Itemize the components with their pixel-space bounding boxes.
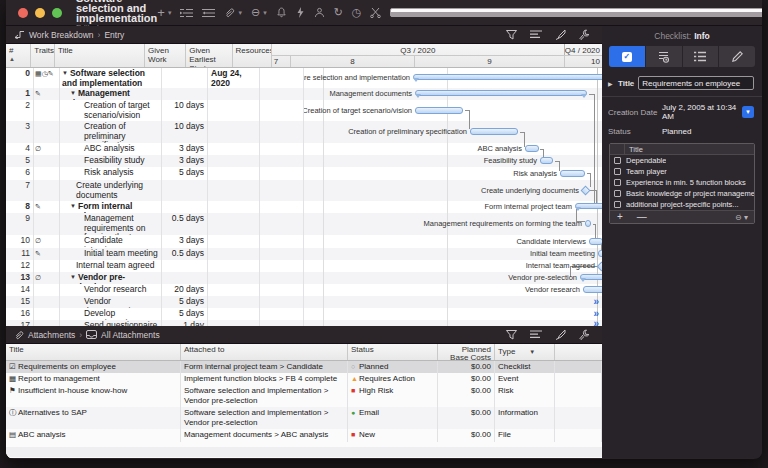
checkbox-icon[interactable] (614, 157, 621, 164)
outline-row[interactable]: 4∅ABC analysis3 daysABC analysis (6, 143, 602, 155)
checklist-item[interactable]: Dependable (610, 155, 754, 166)
attachment-row[interactable]: ☑Requirements on employeeForm internal p… (6, 361, 602, 373)
disclosure-triangle-icon[interactable]: ▼ (70, 274, 76, 280)
notifications-bell-icon[interactable] (276, 7, 287, 18)
remove-item-button[interactable]: — (630, 212, 654, 222)
zoom-window-button[interactable] (52, 8, 62, 18)
outline-row[interactable]: 14Vendor research20 daysVendor research (6, 284, 602, 296)
outline-row[interactable]: 10∅Candidate interviews3 daysCandidate i… (6, 235, 602, 248)
gantt-bar[interactable] (589, 238, 602, 245)
attach-column-type[interactable]: Type▼ (495, 344, 555, 360)
settings-wrench-icon[interactable] (579, 29, 590, 40)
add-icon[interactable]: + (157, 5, 165, 20)
grouping-icon[interactable] (530, 330, 542, 339)
creation-date-dropdown-button[interactable]: ▼ (742, 106, 754, 118)
actions-lightning-icon[interactable] (296, 7, 305, 18)
minimize-window-button[interactable] (35, 8, 45, 18)
column-header-given-work[interactable]: Given Work (145, 44, 186, 67)
filter-icon[interactable] (506, 30, 517, 40)
breadcrumb-view[interactable]: Work Breakdown (29, 30, 94, 40)
history-clock-icon[interactable]: ◷ (352, 6, 362, 19)
attach-icon[interactable] (224, 7, 235, 18)
outline-row[interactable]: 11✎Initial team meeting0.5 daysInitial t… (6, 248, 602, 260)
checkbox-icon[interactable] (614, 190, 621, 197)
column-header-given-earliest-start[interactable]: Given Earliest Start (186, 44, 232, 67)
column-header-title[interactable]: Title (55, 44, 145, 67)
disclosure-triangle-icon[interactable]: ▼ (70, 203, 76, 209)
outline-row[interactable]: 2Creation of target scenario/vision10 da… (6, 100, 602, 121)
style-brush-icon[interactable] (555, 330, 566, 340)
add-chevron-icon[interactable]: ▾ (168, 9, 172, 17)
checkbox-icon[interactable] (614, 201, 621, 208)
title-input[interactable]: Requirements on employee (638, 76, 754, 90)
close-window-button[interactable] (18, 8, 28, 18)
creation-date-value[interactable]: July 2, 2005 at 10:34 AM (662, 103, 738, 121)
outline-row[interactable]: 13∅▼Vendor pre-selectionVendor pre-selec… (6, 272, 602, 284)
outline-row[interactable]: 6Risk analysis5 daysRisk analysis (6, 167, 602, 180)
tab-edit[interactable] (719, 46, 755, 67)
attachment-row[interactable]: ⚑Insufficient in-house know-howSoftware … (6, 385, 602, 407)
breadcrumb-all-attachments[interactable]: All Attachments (101, 330, 160, 340)
outline-row[interactable]: 3Creation of preliminary specification10… (6, 121, 602, 143)
outline-row[interactable]: 5Feasibility study3 daysFeasibility stud… (6, 155, 602, 167)
gantt-bar[interactable] (585, 220, 591, 227)
gantt-bar[interactable] (583, 286, 602, 293)
outline-row[interactable]: 7Create underlying documentsCreate under… (6, 180, 602, 201)
outline-row[interactable]: 16Develop questionnaire5 days» (6, 308, 602, 320)
column-header-traits[interactable]: Traits (31, 44, 55, 67)
disclosure-triangle-icon[interactable]: ▼ (62, 70, 68, 76)
tab-list[interactable] (683, 46, 720, 67)
gantt-bar[interactable] (560, 170, 585, 177)
gantt-milestone[interactable] (597, 261, 602, 271)
checkbox-icon[interactable] (614, 179, 621, 186)
panel-main-toggle-icon[interactable] (390, 8, 762, 17)
outline-row[interactable]: 0▦◷✎▼Software selection and implementati… (6, 68, 602, 88)
column-header-resources[interactable]: Resources (233, 44, 272, 67)
indent-icon[interactable] (180, 8, 193, 18)
tab-checklist[interactable]: ✓ (609, 46, 646, 67)
disclosure-triangle-icon[interactable]: ▶ (608, 80, 614, 87)
outline-row[interactable]: 8✎▼Form internal project teamForm intern… (6, 201, 602, 213)
attachment-row[interactable]: ⓘAlternatives to SAPSoftware selection a… (6, 407, 602, 429)
attach-chevron-icon[interactable]: ▾ (238, 9, 242, 17)
gantt-milestone[interactable] (581, 186, 591, 196)
tab-values[interactable] (646, 46, 683, 67)
style-brush-icon[interactable] (555, 30, 566, 40)
disclosure-triangle-icon[interactable]: ▼ (70, 90, 76, 96)
status-chevron-icon[interactable]: ▾ (263, 9, 267, 17)
checklist-item[interactable]: additional project-specific points... (610, 199, 754, 210)
resources-person-icon[interactable] (314, 7, 325, 18)
attach-column-attached-to[interactable]: Attached to (181, 344, 348, 360)
column-header-num[interactable]: #▲ (6, 44, 31, 67)
filter-icon[interactable] (506, 330, 517, 340)
settings-wrench-icon[interactable] (579, 329, 590, 340)
checklist-item[interactable]: Team player (610, 166, 754, 177)
gantt-bar[interactable] (525, 145, 539, 152)
gantt-summary-bar[interactable] (415, 90, 587, 96)
gantt-bar[interactable] (540, 157, 553, 164)
gantt-bar[interactable] (470, 128, 518, 135)
gantt-summary-bar[interactable] (413, 74, 602, 80)
attach-column-status[interactable]: Status (348, 344, 438, 360)
gantt-summary-bar[interactable] (580, 274, 602, 280)
outline-row[interactable]: 17Send questionnaire to pre-1 day» (6, 320, 602, 326)
attachment-row[interactable]: ▦Report to managementImplement function … (6, 373, 602, 385)
checklist-item[interactable]: Experience in min. 5 function blocks (610, 177, 754, 188)
outline-row[interactable]: 1✎▼Management documentsManagement docume… (6, 88, 602, 100)
attachment-row[interactable]: ▤ABC analysisManagement documents > ABC … (6, 429, 602, 442)
checklist-item[interactable]: Basic knowledge of project management (610, 188, 754, 199)
attach-column-title[interactable]: Title (6, 344, 181, 360)
item-status-dropdown[interactable]: ⊖ ▾ (735, 213, 754, 222)
type-sort-dropdown-icon[interactable]: ▼ (529, 348, 535, 356)
outline-row[interactable]: 15Vendor documentation5 days» (6, 296, 602, 308)
status-circle-icon[interactable]: ⊖ (251, 6, 260, 19)
cut-tool-icon[interactable] (370, 7, 381, 18)
gantt-bar[interactable] (598, 250, 602, 257)
breadcrumb-mode[interactable]: Entry (104, 30, 124, 40)
gantt-bar[interactable] (415, 107, 463, 114)
attach-column-planned-base-costs[interactable]: PlannedBase Costs (438, 344, 495, 360)
grouping-icon[interactable] (530, 30, 542, 39)
add-item-button[interactable]: + (610, 212, 630, 222)
outdent-icon[interactable] (202, 8, 215, 18)
checkbox-icon[interactable] (614, 168, 621, 175)
